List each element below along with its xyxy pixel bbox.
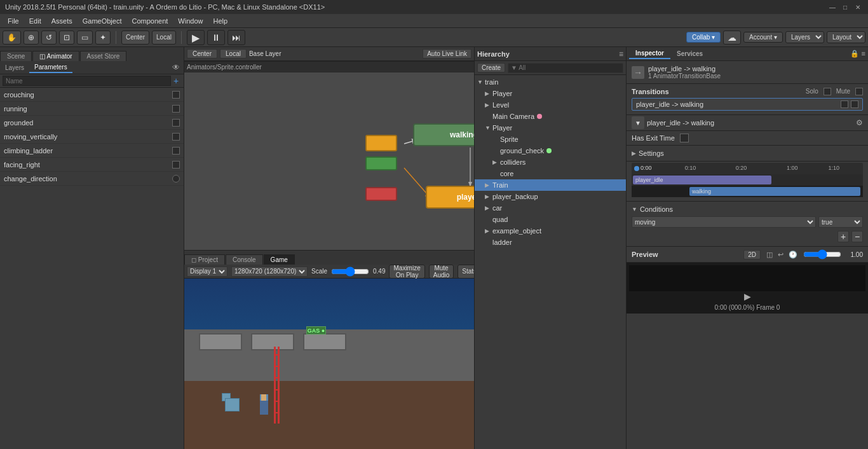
- menu-edit[interactable]: Edit: [24, 16, 46, 26]
- param-climbing-ladder-checkbox[interactable]: [172, 147, 180, 155]
- step-button[interactable]: ⏭: [227, 30, 245, 45]
- tab-project[interactable]: ◻ Project: [184, 254, 225, 265]
- conditions-header[interactable]: ▼ Conditions: [632, 204, 863, 214]
- anim-center-button[interactable]: Center: [187, 49, 217, 59]
- param-climbing-ladder[interactable]: climbing_ladder: [0, 144, 184, 158]
- param-running-checkbox[interactable]: [172, 105, 180, 113]
- animator-layers-tab[interactable]: Layers: [0, 63, 29, 73]
- inspector-tab[interactable]: Inspector: [629, 48, 670, 59]
- hierarchy-create-button[interactable]: Create: [477, 63, 505, 73]
- cloud-button[interactable]: ☁: [723, 31, 741, 45]
- mute-audio-button[interactable]: Mute Audio: [429, 265, 454, 279]
- hierarchy-item-ground-check[interactable]: ground_check: [475, 145, 626, 156]
- preview-icon-1[interactable]: ◫: [764, 250, 775, 259]
- param-moving-vertically[interactable]: moving_vertically: [0, 130, 184, 144]
- auto-live-link-button[interactable]: Auto Live Link: [423, 49, 471, 59]
- inspector-lock-icon[interactable]: 🔒: [850, 50, 859, 58]
- hierarchy-item-quad[interactable]: quad: [475, 214, 626, 225]
- transition-gear-icon[interactable]: ⚙: [856, 118, 863, 127]
- timeline-cursor[interactable]: [634, 166, 639, 171]
- menu-file[interactable]: File: [3, 16, 24, 26]
- hierarchy-item-car[interactable]: ▶ car: [475, 202, 626, 214]
- param-facing-right[interactable]: facing_right: [0, 158, 184, 172]
- maximize-button[interactable]: □: [840, 2, 850, 12]
- move-tool-button[interactable]: ⊕: [24, 31, 39, 45]
- state-player-idle[interactable]: player_idle: [426, 186, 474, 209]
- condition-param-select[interactable]: moving crouching running grounded: [632, 216, 816, 228]
- hierarchy-item-colliders[interactable]: ▶ colliders: [475, 156, 626, 168]
- menu-help[interactable]: Help: [208, 16, 233, 26]
- hierarchy-item-example-object[interactable]: ▶ example_object: [475, 225, 626, 237]
- hierarchy-item-player2[interactable]: ▼ Player: [475, 122, 626, 134]
- maximize-on-play-button[interactable]: Maximize On Play: [389, 265, 424, 279]
- params-add-button[interactable]: +: [171, 76, 181, 86]
- animator-params-tab[interactable]: Parameters: [29, 62, 72, 73]
- state-walking[interactable]: walking: [413, 123, 474, 146]
- preview-speed-slider[interactable]: [803, 249, 841, 259]
- hierarchy-item-player-backup[interactable]: ▶ player_backup: [475, 191, 626, 202]
- state-red-box[interactable]: [365, 187, 397, 201]
- preview-icon-3[interactable]: 🕐: [787, 250, 799, 259]
- condition-value-select[interactable]: true false: [818, 216, 863, 228]
- inspector-settings-icon[interactable]: ≡: [862, 50, 865, 58]
- preview-play-button[interactable]: ▶: [744, 291, 751, 301]
- menu-assets[interactable]: Assets: [46, 16, 78, 26]
- hierarchy-item-sprite[interactable]: Sprite: [475, 134, 626, 145]
- param-running[interactable]: running: [0, 102, 184, 116]
- anim-local-button[interactable]: Local: [220, 49, 247, 59]
- rect-tool-button[interactable]: ▭: [77, 31, 93, 45]
- hierarchy-item-train[interactable]: ▶ Train: [475, 179, 626, 191]
- scale-tool-button[interactable]: ⊡: [59, 31, 74, 45]
- transition-list-item[interactable]: player_idle -> walking: [632, 98, 863, 111]
- close-button[interactable]: ✕: [853, 2, 863, 12]
- services-tab[interactable]: Services: [670, 49, 709, 59]
- display-select[interactable]: Display 1: [187, 266, 227, 277]
- menu-gameobject[interactable]: GameObject: [78, 16, 127, 26]
- rotate-tool-button[interactable]: ↺: [41, 31, 57, 45]
- resolution-select[interactable]: 1280x720 (1280x720): [231, 266, 308, 277]
- pause-button[interactable]: ⏸: [207, 30, 225, 45]
- param-crouching-checkbox[interactable]: [172, 91, 180, 99]
- param-facing-right-checkbox[interactable]: [172, 161, 180, 169]
- param-change-direction-radio[interactable]: [172, 175, 180, 183]
- animator-graph[interactable]: Center Local Base Layer Auto Live Link: [184, 47, 474, 251]
- hierarchy-options-icon[interactable]: ≡: [619, 50, 623, 59]
- param-change-direction[interactable]: change_direction: [0, 172, 184, 186]
- tab-game[interactable]: Game: [264, 254, 295, 265]
- coord-local-button[interactable]: Local: [152, 31, 176, 45]
- animator-eye-icon[interactable]: 👁: [168, 63, 184, 72]
- tab-console[interactable]: Console: [226, 254, 263, 265]
- scale-slider[interactable]: [331, 266, 369, 277]
- collab-button[interactable]: Collab ▾: [686, 32, 721, 43]
- menu-component[interactable]: Component: [126, 16, 173, 26]
- layout-select[interactable]: Layout: [827, 31, 865, 43]
- transform-tool-button[interactable]: ✦: [95, 31, 111, 45]
- account-button[interactable]: Account ▾: [743, 32, 783, 43]
- trans-mute-check[interactable]: [851, 100, 858, 108]
- preview-icon-2[interactable]: ↩: [776, 250, 785, 259]
- params-search-input[interactable]: [3, 76, 171, 86]
- hierarchy-item-level[interactable]: ▶ Level: [475, 99, 626, 111]
- hierarchy-item-main-camera[interactable]: Main Camera: [475, 111, 626, 122]
- transition-filter-icon[interactable]: ▼: [632, 116, 644, 129]
- hierarchy-item-ladder[interactable]: ladder: [475, 237, 626, 248]
- pivot-center-button[interactable]: Center: [121, 31, 149, 45]
- tab-animator[interactable]: ◫ Animator: [32, 51, 79, 61]
- tab-assetstore[interactable]: Asset Store: [80, 51, 127, 61]
- param-grounded[interactable]: grounded: [0, 116, 184, 130]
- state-entry[interactable]: [365, 135, 397, 151]
- menu-window[interactable]: Window: [173, 16, 208, 26]
- play-button[interactable]: ▶: [187, 30, 205, 45]
- has-exit-time-checkbox[interactable]: [680, 134, 689, 142]
- solo-checkbox[interactable]: [824, 88, 831, 95]
- add-condition-button[interactable]: +: [837, 231, 849, 242]
- preview-2d-button[interactable]: 2D: [743, 250, 761, 259]
- state-green-box[interactable]: [365, 156, 397, 170]
- tab-scene[interactable]: Scene: [0, 51, 32, 61]
- hierarchy-search-input[interactable]: [508, 63, 623, 73]
- layers-select[interactable]: Layers: [785, 31, 824, 43]
- hierarchy-item-player1[interactable]: ▶ Player: [475, 88, 626, 99]
- mute-checkbox[interactable]: [855, 88, 863, 95]
- param-moving-vertically-checkbox[interactable]: [172, 133, 180, 141]
- minimize-button[interactable]: —: [827, 2, 837, 12]
